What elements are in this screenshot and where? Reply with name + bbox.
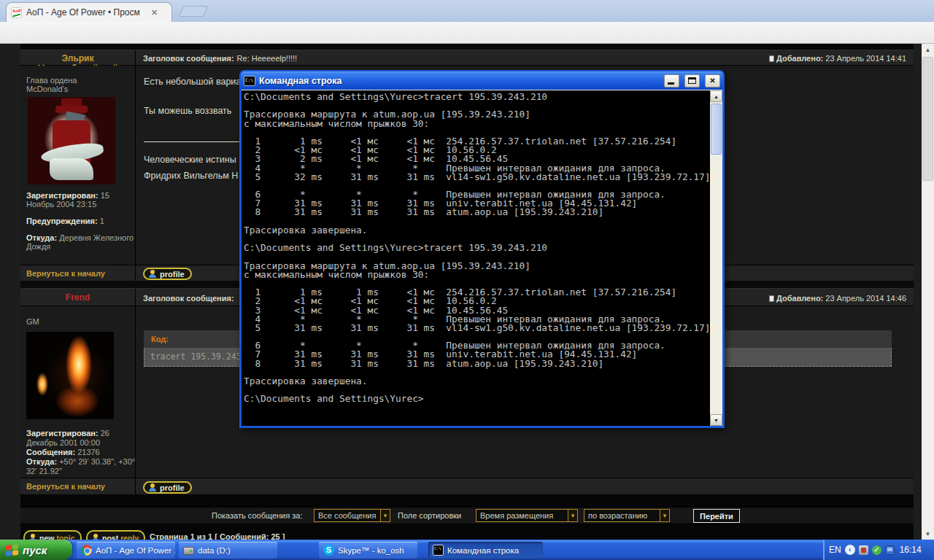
tab-close-icon[interactable]: ✕: [151, 8, 158, 18]
sort-field-label: Поле сортировки: [398, 511, 461, 520]
post1-rank: Глава ордена McDonald’s: [26, 76, 114, 93]
tab-title: АоП - Age Of Power • Просм: [26, 7, 147, 18]
language-bar-arrow-icon[interactable]: ‹: [845, 545, 855, 555]
system-tray: EN ‹ ✓ 16:14: [823, 540, 934, 560]
minimize-button[interactable]: [664, 74, 679, 88]
new-tab-button[interactable]: [179, 6, 209, 17]
scroll-up-icon[interactable]: ▲: [922, 44, 934, 55]
post2-avatar: [26, 332, 114, 419]
cmd-scroll-down-icon[interactable]: ▼: [710, 414, 722, 426]
drive-icon: [183, 547, 194, 555]
dropdown-arrow-icon: ▼: [380, 510, 390, 521]
console-line: C:\Documents and Settings\Yurec>: [244, 394, 710, 403]
start-button[interactable]: пуск: [0, 540, 72, 560]
console-line: 5 32 ms 31 ms 31 ms vl14-sw1.g50.kv.data…: [244, 173, 710, 182]
dropdown-arrow-icon: ▼: [660, 510, 669, 521]
post-icon: [769, 55, 774, 62]
subject-label: Заголовок сообщения:: [143, 54, 234, 63]
console-line: Трассировка завершена.: [244, 226, 710, 235]
show-posts-select[interactable]: Все сообщения ▼: [314, 509, 390, 522]
console-line: C:\Documents and Settings\Yurec>tracert …: [244, 244, 710, 252]
windows-logo-icon: [6, 544, 18, 556]
cmd-scroll-up-icon[interactable]: ▲: [710, 90, 722, 102]
maximize-button[interactable]: [684, 74, 700, 88]
profile-icon: [148, 270, 157, 278]
stat-line: Сообщения: 21376: [26, 448, 136, 457]
post1-sig-line1: Человеческие истины: [144, 155, 236, 165]
stat-line: Откуда: +50° 29' 30.38", +30° 32' 21.92": [26, 457, 136, 476]
post2-rank: GM: [26, 317, 39, 326]
post1-profile-button[interactable]: profile: [143, 268, 192, 280]
post1-posted: Добавлено:23 Апрель 2014 14:41: [769, 54, 906, 63]
taskbar-item-cmd[interactable]: C:\ Командная строка: [428, 542, 543, 559]
console-output[interactable]: C:\Documents and Settings\Yurec>tracert …: [242, 90, 710, 426]
post2-subject: Заголовок сообщения:: [143, 290, 237, 303]
language-indicator[interactable]: EN: [829, 545, 841, 555]
tray-app-icon[interactable]: [859, 545, 868, 555]
page-left-margin: [0, 44, 20, 540]
dropdown-arrow-icon: ▼: [568, 510, 577, 521]
page-info: Страница 1 из 1 [ Сообщений: 25 ]: [150, 532, 285, 540]
signature-divider: [144, 141, 242, 142]
taskbar-item-explorer[interactable]: data (D:): [179, 542, 277, 559]
topic-controls-row: Показать сообщения за: Все сообщения ▼ П…: [20, 507, 914, 524]
post1-stats: Зарегистрирован: 15 Ноябрь 2004 23:15Пре…: [26, 191, 136, 259]
clock: 16:14: [900, 545, 922, 555]
console-line: 5 31 ms 31 ms 31 ms vl14-sw1.g50.kv.data…: [244, 324, 710, 332]
scroll-down-icon[interactable]: ▼: [922, 528, 934, 540]
stat-line: Зарегистрирован: 26 Декабрь 2001 00:00: [26, 429, 136, 448]
antivirus-shield-icon[interactable]: ✓: [872, 545, 881, 555]
post1-subject: Заголовок сообщения:Re: Heeeeelp!!!!!: [143, 50, 297, 63]
network-icon[interactable]: [885, 545, 895, 555]
post-icon: [769, 295, 774, 302]
post1-text-line1: Есть небольшой вариа: [144, 77, 241, 87]
close-button[interactable]: ✕: [705, 74, 720, 88]
post2-stats: Зарегистрирован: 26 Декабрь 2001 00:00Со…: [26, 429, 136, 476]
new-topic-button[interactable]: newtopic: [23, 530, 82, 540]
post1-header-row: Эльрик Мельнибонийский Заголовок сообщен…: [20, 50, 914, 66]
cmd-scrollbar[interactable]: ▲ ▼: [710, 90, 722, 426]
post-reply-button[interactable]: postreply: [86, 530, 145, 540]
post2-posted: Добавлено:23 Апрель 2014 14:46: [769, 294, 906, 303]
show-posts-label: Показать сообщения за:: [212, 511, 302, 520]
post2-author[interactable]: Frend: [20, 292, 135, 303]
browser-tab-strip: АоП - Age Of Power • Просм ✕: [0, 0, 934, 22]
sort-order-select[interactable]: по возрастанию ▼: [584, 509, 670, 522]
console-line: Трассировка завершена.: [244, 377, 710, 386]
console-line: с максимальным числом прыжков 30:: [244, 120, 710, 128]
taskbar: пуск АоП - Age Of Power ... data (D:) S …: [0, 540, 934, 560]
sort-field-select[interactable]: Время размещения ▼: [476, 509, 578, 522]
stat-line: Зарегистрирован: 15 Ноябрь 2004 23:15: [26, 191, 136, 209]
console-line: с максимальным числом прыжков 30:: [244, 271, 710, 279]
post1-avatar: [28, 97, 115, 184]
taskbar-item-browser[interactable]: АоП - Age Of Power ...: [77, 542, 175, 559]
subject-value: Re: Heeeeelp!!!!!: [237, 54, 298, 63]
cmd-title-bar[interactable]: C:\ Командная строка ✕: [241, 71, 723, 90]
chrome-icon: [81, 545, 92, 556]
browser-tab[interactable]: АоП - Age Of Power • Просм ✕: [6, 2, 172, 22]
stat-line: Откуда: Деревня Железного Дождя: [26, 233, 136, 251]
new-topic-icon: [28, 534, 37, 540]
post-reply-icon: [91, 534, 100, 540]
cmd-icon: C:\: [244, 76, 255, 86]
console-line: 8 31 ms 31 ms 31 ms atum.aop.ua [195.39.…: [244, 359, 710, 368]
console-line: C:\Documents and Settings\Yurec>tracert …: [244, 93, 710, 101]
go-button[interactable]: Перейти: [693, 509, 740, 523]
browser-scrollbar[interactable]: ▲ ▼: [922, 44, 934, 540]
page-right-margin: [914, 44, 922, 540]
taskbar-item-skype[interactable]: S Skype™ - ko_osh: [319, 542, 417, 559]
cmd-window: C:\ Командная строка ✕ C:\Documents and …: [239, 70, 725, 428]
console-line: 8 31 ms 31 ms 31 ms atum.aop.ua [195.39.…: [244, 208, 710, 217]
profile-icon: [148, 483, 157, 491]
cmd-icon: C:\: [433, 545, 444, 556]
cmd-scrollbar-thumb[interactable]: [711, 104, 722, 155]
browser-toolbar: ← → ⟳ forum.uo.net.ua/viewtopic.php?f=17…: [0, 22, 934, 44]
skype-icon: S: [323, 545, 334, 556]
post1-sig-line2: Фридрих Вильгельм Н: [144, 171, 238, 181]
post2-profile-button[interactable]: profile: [143, 481, 192, 494]
post1-text-line2: Ты можешь воззвать: [144, 106, 231, 116]
scrollbar-thumb[interactable]: [922, 57, 933, 181]
cmd-window-title: Командная строка: [259, 76, 659, 86]
post2-footer-row: Вернуться к началу profile: [20, 478, 914, 494]
stat-line: Предупреждения: 1: [26, 217, 136, 225]
